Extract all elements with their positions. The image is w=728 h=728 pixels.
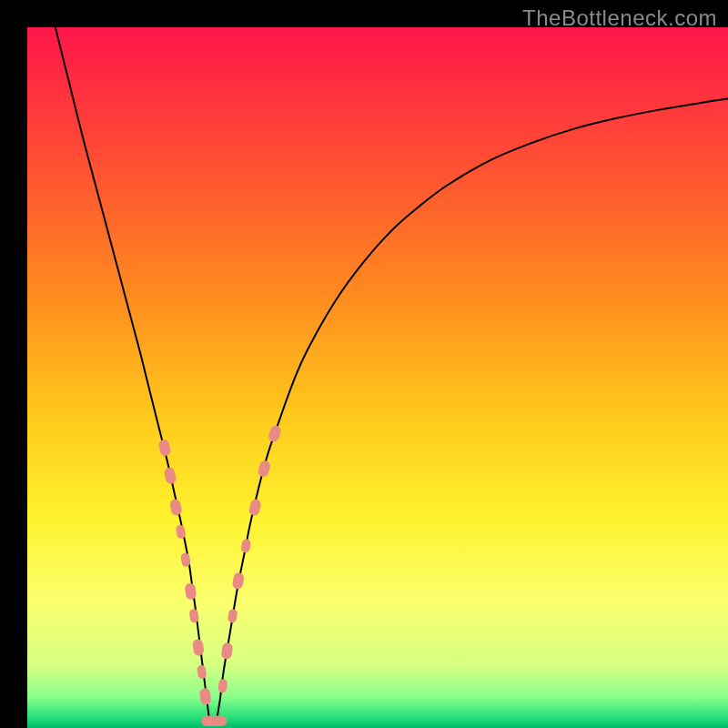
gradient-background xyxy=(27,27,728,728)
plot-area xyxy=(27,27,728,728)
watermark-text: TheBottleneck.com xyxy=(522,5,717,31)
chart-svg xyxy=(27,27,728,728)
chart-frame: TheBottleneck.com xyxy=(0,0,728,728)
data-marker xyxy=(210,716,227,726)
